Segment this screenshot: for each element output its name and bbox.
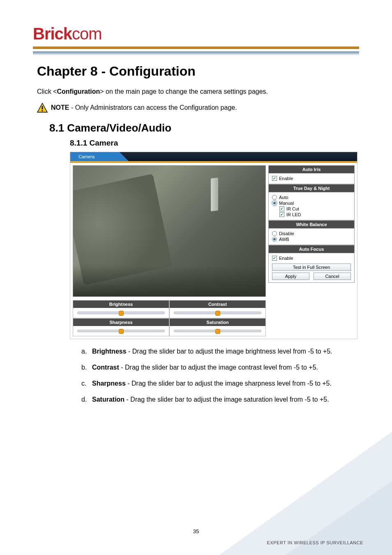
marker-c: c. [81, 379, 86, 388]
true-dn-manual-label: Manual [279, 201, 294, 206]
test-full-screen-button[interactable]: Test in Full Screen [272, 264, 351, 271]
contrast-label: Contrast [170, 301, 265, 308]
camera-config-panel: Camera Brightness Contrast [70, 152, 357, 339]
auto-iris-enable-label: Enable [279, 176, 293, 181]
ir-cut-row[interactable]: ✔ IR Cut [272, 206, 351, 212]
brand-subrule [33, 51, 359, 56]
contrast-thumb[interactable] [215, 311, 220, 316]
camera-preview [73, 165, 266, 297]
term-saturation: Saturation [92, 396, 125, 403]
auto-iris-enable-checkbox[interactable]: ✔ [272, 176, 277, 181]
section-title: 8.1 Camera/Video/Audio [49, 122, 359, 134]
auto-focus-header: Auto Focus [268, 245, 355, 253]
rest-sharpness: - Drag the slider bar to adjust the imag… [126, 380, 332, 387]
intro-suffix: > on the main page to change the camera … [100, 88, 268, 95]
saturation-slider[interactable] [174, 330, 261, 332]
ir-led-checkbox[interactable]: ✔ [279, 212, 284, 217]
ir-cut-label: IR Cut [286, 206, 299, 211]
note-text: NOTE - Only Administrators can access th… [51, 104, 237, 111]
true-dn-auto-radio[interactable] [272, 195, 277, 200]
auto-iris-enable-row[interactable]: ✔ Enable [272, 176, 351, 181]
ir-cut-checkbox[interactable]: ✔ [279, 206, 284, 211]
svg-rect-1 [42, 106, 43, 109]
contrast-slider[interactable] [174, 312, 261, 314]
brightness-thumb[interactable] [119, 311, 124, 316]
white-balance-header: White Balance [268, 220, 355, 228]
brand-logo: Brickcom [33, 25, 359, 43]
brightness-label: Brightness [73, 301, 169, 308]
marker-a: a. [81, 347, 87, 356]
item-brightness: a. Brightness - Drag the slider bar to a… [81, 347, 334, 356]
auto-focus-enable-row[interactable]: ✔ Enable [272, 255, 351, 261]
brand-bold: Brick [33, 25, 72, 43]
brightness-slider[interactable] [77, 312, 165, 314]
rest-brightness: - Drag the slider bar to adjust the imag… [127, 348, 332, 355]
intro-paragraph: Click <Configuration> on the main page t… [37, 87, 359, 96]
sharpness-slider[interactable] [77, 330, 165, 332]
true-dn-header: True Day & Night [268, 184, 355, 192]
brightness-cell: Brightness [73, 300, 169, 318]
ir-led-label: IR LED [286, 212, 301, 217]
note-body: - Only Administrators can access the Con… [69, 104, 237, 111]
note-row: NOTE - Only Administrators can access th… [37, 103, 359, 113]
subsection-title: 8.1.1 Camera [70, 139, 359, 148]
apply-button[interactable]: Apply [272, 273, 309, 280]
cancel-button[interactable]: Cancel [314, 273, 351, 280]
wb-disable-radio[interactable] [272, 231, 277, 236]
true-dn-manual-row[interactable]: Manual [272, 200, 351, 206]
saturation-thumb[interactable] [215, 329, 220, 334]
tab-camera-label: Camera [78, 154, 95, 159]
wb-awb-row[interactable]: AWB [272, 236, 351, 242]
brand-rule [33, 46, 359, 49]
saturation-cell: Saturation [169, 318, 266, 336]
term-contrast: Contrast [92, 364, 119, 371]
svg-rect-2 [42, 110, 43, 111]
sharpness-cell: Sharpness [73, 318, 169, 336]
chapter-title: Chapter 8 - Configuration [37, 64, 359, 79]
wb-awb-label: AWB [279, 237, 289, 242]
tab-camera[interactable]: Camera [70, 152, 120, 161]
sharpness-label: Sharpness [73, 319, 169, 326]
wb-awb-radio[interactable] [272, 237, 277, 242]
term-brightness: Brightness [92, 348, 127, 355]
page-number: 35 [0, 528, 392, 534]
sharpness-thumb[interactable] [119, 329, 124, 334]
footer-tagline: EXPERT IN WIRELESS IP SURVEILLANCE [267, 540, 363, 545]
marker-d: d. [81, 395, 87, 404]
tab-bar: Camera [70, 152, 357, 161]
wb-disable-label: Disable [279, 231, 294, 236]
saturation-label: Saturation [170, 319, 265, 326]
wb-disable-row[interactable]: Disable [272, 231, 351, 236]
contrast-cell: Contrast [169, 300, 266, 318]
note-label: NOTE [51, 104, 69, 111]
rest-saturation: - Drag the slider bar to adjust the imag… [125, 396, 329, 403]
item-sharpness: c. Sharpness - Drag the slider bar to ad… [81, 379, 334, 388]
intro-prefix: Click < [37, 88, 57, 95]
rest-contrast: - Drag the slider bar to adjust the imag… [119, 364, 318, 371]
brand-thin: com [72, 25, 102, 43]
term-sharpness: Sharpness [92, 380, 126, 387]
intro-conf: Configuration [57, 88, 100, 95]
auto-focus-enable-checkbox[interactable]: ✔ [272, 256, 277, 261]
true-dn-auto-row[interactable]: Auto [272, 194, 351, 200]
true-dn-manual-radio[interactable] [272, 201, 277, 206]
warning-icon [37, 103, 48, 113]
marker-b: b. [81, 363, 87, 372]
true-dn-auto-label: Auto [279, 195, 288, 200]
item-saturation: d. Saturation - Drag the slider bar to a… [81, 395, 334, 404]
ir-led-row[interactable]: ✔ IR LED [272, 212, 351, 217]
slider-descriptions: a. Brightness - Drag the slider bar to a… [81, 347, 334, 405]
auto-focus-enable-label: Enable [279, 256, 293, 261]
item-contrast: b. Contrast - Drag the slider bar to adj… [81, 363, 334, 372]
auto-iris-header: Auto Iris [268, 165, 355, 173]
